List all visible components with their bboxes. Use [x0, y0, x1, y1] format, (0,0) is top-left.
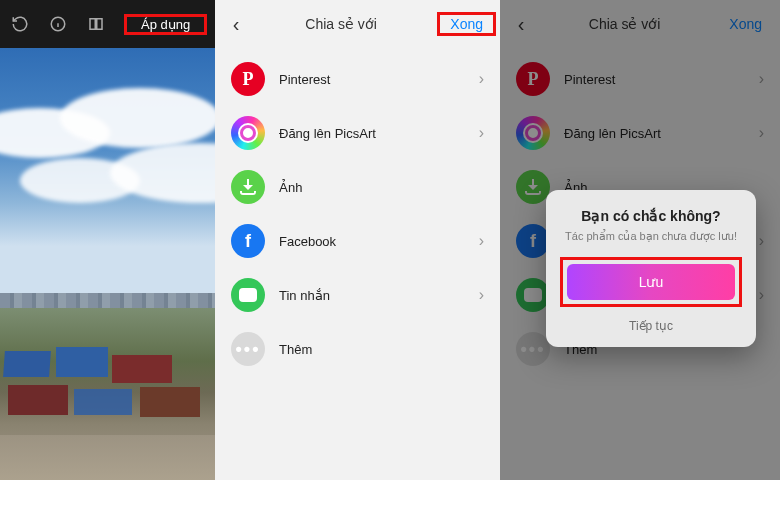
- chevron-right-icon: ›: [479, 70, 484, 88]
- share-item-picsart[interactable]: Đăng lên PicsArt ›: [215, 106, 500, 160]
- messages-icon: [516, 278, 550, 312]
- info-icon[interactable]: [48, 14, 68, 34]
- list-item: P Pinterest ›: [500, 52, 780, 106]
- compare-icon[interactable]: [86, 14, 106, 34]
- share-item-label: Thêm: [279, 342, 484, 357]
- share-item-label: Pinterest: [564, 72, 759, 87]
- share-item-label: Pinterest: [279, 72, 479, 87]
- share-header: ‹ Chia sẻ với Xong: [215, 0, 500, 48]
- more-icon: •••: [516, 332, 550, 366]
- share-title: Chia sẻ với: [530, 16, 719, 32]
- facebook-icon: f: [516, 224, 550, 258]
- back-icon[interactable]: ‹: [227, 13, 245, 36]
- share-item-label: Đăng lên PicsArt: [279, 126, 479, 141]
- chevron-right-icon: ›: [759, 232, 764, 250]
- share-item-more[interactable]: ••• Thêm: [215, 322, 500, 376]
- done-button: Xong: [719, 8, 772, 40]
- list-item: Đăng lên PicsArt ›: [500, 106, 780, 160]
- continue-button[interactable]: Tiếp tục: [560, 319, 742, 333]
- done-highlight: Xong: [437, 12, 496, 36]
- share-title: Chia sẻ với: [245, 16, 437, 32]
- more-icon: •••: [231, 332, 265, 366]
- share-item-messages[interactable]: Tin nhắn ›: [215, 268, 500, 322]
- share-item-pinterest[interactable]: P Pinterest ›: [215, 52, 500, 106]
- save-highlight: Lưu: [560, 257, 742, 307]
- apply-highlight: Áp dụng: [124, 14, 207, 35]
- share-list: P Pinterest › Đăng lên PicsArt › Ảnh f F…: [215, 48, 500, 380]
- chevron-right-icon: ›: [479, 124, 484, 142]
- editor-toolbar: Áp dụng: [0, 0, 215, 48]
- share-item-label: Ảnh: [279, 180, 484, 195]
- save-button[interactable]: Lưu: [567, 264, 735, 300]
- share-sheet: ‹ Chia sẻ với Xong P Pinterest › Đăng lê…: [215, 0, 500, 520]
- dialog-subtitle: Tác phẩm của bạn chưa được lưu!: [560, 230, 742, 243]
- picsart-icon: [516, 116, 550, 150]
- edited-photo: [0, 48, 215, 520]
- pinterest-icon: P: [516, 62, 550, 96]
- dialog-title: Bạn có chắc không?: [560, 208, 742, 224]
- chevron-right-icon: ›: [479, 286, 484, 304]
- svg-rect-3: [90, 19, 95, 30]
- chevron-right-icon: ›: [759, 124, 764, 142]
- photos-icon: [231, 170, 265, 204]
- picsart-icon: [231, 116, 265, 150]
- redo-icon[interactable]: [10, 14, 30, 34]
- facebook-icon: f: [231, 224, 265, 258]
- share-item-facebook[interactable]: f Facebook ›: [215, 214, 500, 268]
- share-item-label: Facebook: [279, 234, 479, 249]
- pinterest-icon: P: [231, 62, 265, 96]
- svg-rect-4: [97, 19, 102, 30]
- back-icon: ‹: [512, 13, 530, 36]
- photo-editor: Áp dụng: [0, 0, 215, 520]
- photos-icon: [516, 170, 550, 204]
- done-button[interactable]: Xong: [440, 8, 493, 40]
- chevron-right-icon: ›: [759, 70, 764, 88]
- chevron-right-icon: ›: [759, 286, 764, 304]
- share-item-label: Đăng lên PicsArt: [564, 126, 759, 141]
- chevron-right-icon: ›: [479, 232, 484, 250]
- messages-icon: [231, 278, 265, 312]
- confirm-dialog: Bạn có chắc không? Tác phẩm của bạn chưa…: [546, 190, 756, 347]
- share-item-photos[interactable]: Ảnh: [215, 160, 500, 214]
- share-item-label: Tin nhắn: [279, 288, 479, 303]
- apply-button[interactable]: Áp dụng: [127, 17, 204, 32]
